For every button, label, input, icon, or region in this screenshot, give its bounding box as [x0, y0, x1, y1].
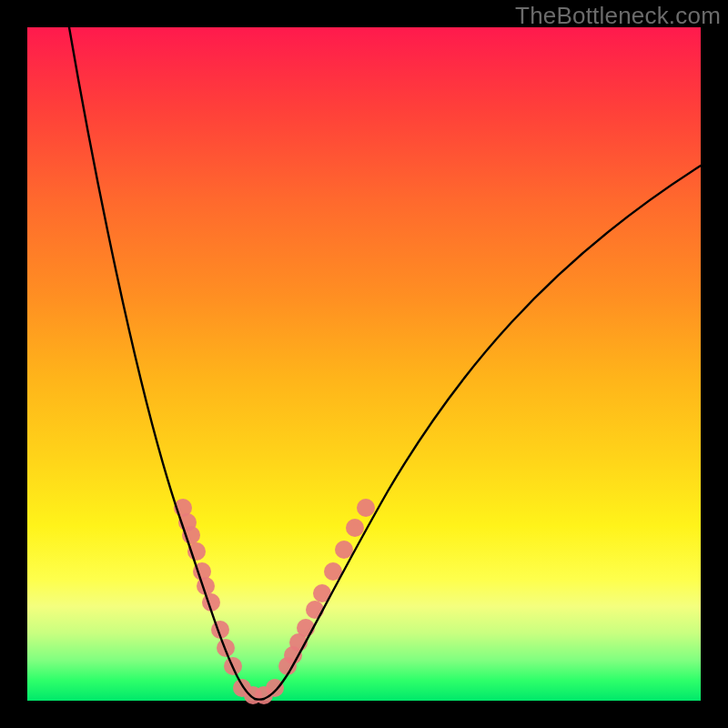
data-dot-right: [306, 601, 324, 619]
data-dot-right: [346, 519, 364, 537]
data-dot-bottom: [266, 679, 284, 697]
curve-group: [69, 27, 701, 700]
curve-right: [264, 166, 701, 699]
plot-area: [27, 27, 701, 701]
dot-group: [174, 499, 375, 704]
watermark-text: TheBottleneck.com: [515, 2, 721, 30]
data-dot-right: [357, 499, 375, 517]
curve-bottom: [255, 699, 264, 700]
data-dot-right: [335, 541, 353, 559]
chart-svg: [27, 27, 701, 701]
chart-frame: TheBottleneck.com: [0, 0, 728, 728]
curve-left: [69, 27, 255, 699]
